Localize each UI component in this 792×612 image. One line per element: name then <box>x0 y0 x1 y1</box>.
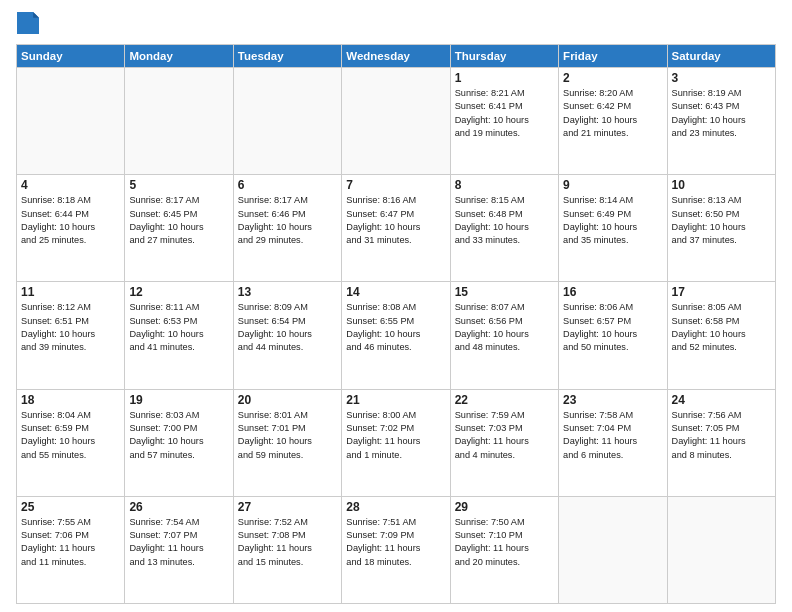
day-number: 14 <box>346 285 445 299</box>
calendar-cell <box>667 496 775 603</box>
calendar-cell: 7Sunrise: 8:16 AM Sunset: 6:47 PM Daylig… <box>342 175 450 282</box>
calendar-cell: 2Sunrise: 8:20 AM Sunset: 6:42 PM Daylig… <box>559 68 667 175</box>
weekday-header: Sunday <box>17 45 125 68</box>
day-number: 10 <box>672 178 771 192</box>
day-info: Sunrise: 7:52 AM Sunset: 7:08 PM Dayligh… <box>238 516 337 569</box>
day-info: Sunrise: 7:59 AM Sunset: 7:03 PM Dayligh… <box>455 409 554 462</box>
logo <box>16 12 41 38</box>
calendar-cell: 28Sunrise: 7:51 AM Sunset: 7:09 PM Dayli… <box>342 496 450 603</box>
calendar-cell: 18Sunrise: 8:04 AM Sunset: 6:59 PM Dayli… <box>17 389 125 496</box>
day-info: Sunrise: 7:56 AM Sunset: 7:05 PM Dayligh… <box>672 409 771 462</box>
day-number: 8 <box>455 178 554 192</box>
calendar-cell <box>342 68 450 175</box>
calendar-cell: 23Sunrise: 7:58 AM Sunset: 7:04 PM Dayli… <box>559 389 667 496</box>
weekday-header: Wednesday <box>342 45 450 68</box>
day-number: 27 <box>238 500 337 514</box>
day-number: 6 <box>238 178 337 192</box>
calendar-cell: 1Sunrise: 8:21 AM Sunset: 6:41 PM Daylig… <box>450 68 558 175</box>
day-number: 11 <box>21 285 120 299</box>
calendar-cell: 9Sunrise: 8:14 AM Sunset: 6:49 PM Daylig… <box>559 175 667 282</box>
calendar-cell <box>17 68 125 175</box>
page: SundayMondayTuesdayWednesdayThursdayFrid… <box>0 0 792 612</box>
day-number: 18 <box>21 393 120 407</box>
calendar-cell <box>233 68 341 175</box>
day-number: 21 <box>346 393 445 407</box>
weekday-header: Monday <box>125 45 233 68</box>
day-info: Sunrise: 8:01 AM Sunset: 7:01 PM Dayligh… <box>238 409 337 462</box>
day-info: Sunrise: 8:04 AM Sunset: 6:59 PM Dayligh… <box>21 409 120 462</box>
calendar-cell: 10Sunrise: 8:13 AM Sunset: 6:50 PM Dayli… <box>667 175 775 282</box>
day-number: 22 <box>455 393 554 407</box>
calendar-week-row: 4Sunrise: 8:18 AM Sunset: 6:44 PM Daylig… <box>17 175 776 282</box>
day-number: 15 <box>455 285 554 299</box>
calendar-cell: 12Sunrise: 8:11 AM Sunset: 6:53 PM Dayli… <box>125 282 233 389</box>
day-number: 20 <box>238 393 337 407</box>
day-number: 26 <box>129 500 228 514</box>
day-info: Sunrise: 8:06 AM Sunset: 6:57 PM Dayligh… <box>563 301 662 354</box>
calendar-cell: 26Sunrise: 7:54 AM Sunset: 7:07 PM Dayli… <box>125 496 233 603</box>
day-number: 16 <box>563 285 662 299</box>
day-info: Sunrise: 7:55 AM Sunset: 7:06 PM Dayligh… <box>21 516 120 569</box>
header <box>16 12 776 38</box>
day-number: 19 <box>129 393 228 407</box>
weekday-header: Friday <box>559 45 667 68</box>
calendar-cell: 6Sunrise: 8:17 AM Sunset: 6:46 PM Daylig… <box>233 175 341 282</box>
day-info: Sunrise: 8:05 AM Sunset: 6:58 PM Dayligh… <box>672 301 771 354</box>
logo-icon <box>17 12 39 34</box>
calendar-cell: 16Sunrise: 8:06 AM Sunset: 6:57 PM Dayli… <box>559 282 667 389</box>
calendar-cell: 14Sunrise: 8:08 AM Sunset: 6:55 PM Dayli… <box>342 282 450 389</box>
day-info: Sunrise: 7:54 AM Sunset: 7:07 PM Dayligh… <box>129 516 228 569</box>
day-number: 7 <box>346 178 445 192</box>
day-number: 29 <box>455 500 554 514</box>
day-number: 23 <box>563 393 662 407</box>
day-info: Sunrise: 8:00 AM Sunset: 7:02 PM Dayligh… <box>346 409 445 462</box>
calendar-week-row: 1Sunrise: 8:21 AM Sunset: 6:41 PM Daylig… <box>17 68 776 175</box>
day-info: Sunrise: 8:21 AM Sunset: 6:41 PM Dayligh… <box>455 87 554 140</box>
day-number: 4 <box>21 178 120 192</box>
day-info: Sunrise: 8:03 AM Sunset: 7:00 PM Dayligh… <box>129 409 228 462</box>
day-info: Sunrise: 8:16 AM Sunset: 6:47 PM Dayligh… <box>346 194 445 247</box>
day-number: 13 <box>238 285 337 299</box>
calendar-cell: 4Sunrise: 8:18 AM Sunset: 6:44 PM Daylig… <box>17 175 125 282</box>
calendar-cell: 29Sunrise: 7:50 AM Sunset: 7:10 PM Dayli… <box>450 496 558 603</box>
day-number: 12 <box>129 285 228 299</box>
calendar: SundayMondayTuesdayWednesdayThursdayFrid… <box>16 44 776 604</box>
weekday-header: Tuesday <box>233 45 341 68</box>
calendar-cell: 5Sunrise: 8:17 AM Sunset: 6:45 PM Daylig… <box>125 175 233 282</box>
calendar-cell: 3Sunrise: 8:19 AM Sunset: 6:43 PM Daylig… <box>667 68 775 175</box>
day-info: Sunrise: 7:58 AM Sunset: 7:04 PM Dayligh… <box>563 409 662 462</box>
day-number: 17 <box>672 285 771 299</box>
calendar-week-row: 18Sunrise: 8:04 AM Sunset: 6:59 PM Dayli… <box>17 389 776 496</box>
day-number: 24 <box>672 393 771 407</box>
weekday-header: Thursday <box>450 45 558 68</box>
calendar-cell: 20Sunrise: 8:01 AM Sunset: 7:01 PM Dayli… <box>233 389 341 496</box>
day-info: Sunrise: 8:13 AM Sunset: 6:50 PM Dayligh… <box>672 194 771 247</box>
day-info: Sunrise: 8:12 AM Sunset: 6:51 PM Dayligh… <box>21 301 120 354</box>
day-number: 5 <box>129 178 228 192</box>
day-info: Sunrise: 8:08 AM Sunset: 6:55 PM Dayligh… <box>346 301 445 354</box>
calendar-cell <box>125 68 233 175</box>
calendar-week-row: 11Sunrise: 8:12 AM Sunset: 6:51 PM Dayli… <box>17 282 776 389</box>
calendar-cell: 21Sunrise: 8:00 AM Sunset: 7:02 PM Dayli… <box>342 389 450 496</box>
calendar-cell: 22Sunrise: 7:59 AM Sunset: 7:03 PM Dayli… <box>450 389 558 496</box>
calendar-cell: 24Sunrise: 7:56 AM Sunset: 7:05 PM Dayli… <box>667 389 775 496</box>
day-info: Sunrise: 8:07 AM Sunset: 6:56 PM Dayligh… <box>455 301 554 354</box>
day-info: Sunrise: 8:11 AM Sunset: 6:53 PM Dayligh… <box>129 301 228 354</box>
calendar-week-row: 25Sunrise: 7:55 AM Sunset: 7:06 PM Dayli… <box>17 496 776 603</box>
day-info: Sunrise: 7:51 AM Sunset: 7:09 PM Dayligh… <box>346 516 445 569</box>
calendar-cell <box>559 496 667 603</box>
calendar-cell: 27Sunrise: 7:52 AM Sunset: 7:08 PM Dayli… <box>233 496 341 603</box>
calendar-cell: 17Sunrise: 8:05 AM Sunset: 6:58 PM Dayli… <box>667 282 775 389</box>
svg-marker-1 <box>33 12 39 18</box>
day-info: Sunrise: 7:50 AM Sunset: 7:10 PM Dayligh… <box>455 516 554 569</box>
day-info: Sunrise: 8:18 AM Sunset: 6:44 PM Dayligh… <box>21 194 120 247</box>
day-info: Sunrise: 8:17 AM Sunset: 6:45 PM Dayligh… <box>129 194 228 247</box>
day-number: 28 <box>346 500 445 514</box>
day-info: Sunrise: 8:09 AM Sunset: 6:54 PM Dayligh… <box>238 301 337 354</box>
calendar-cell: 11Sunrise: 8:12 AM Sunset: 6:51 PM Dayli… <box>17 282 125 389</box>
calendar-cell: 8Sunrise: 8:15 AM Sunset: 6:48 PM Daylig… <box>450 175 558 282</box>
day-info: Sunrise: 8:17 AM Sunset: 6:46 PM Dayligh… <box>238 194 337 247</box>
day-number: 2 <box>563 71 662 85</box>
calendar-cell: 13Sunrise: 8:09 AM Sunset: 6:54 PM Dayli… <box>233 282 341 389</box>
weekday-header-row: SundayMondayTuesdayWednesdayThursdayFrid… <box>17 45 776 68</box>
